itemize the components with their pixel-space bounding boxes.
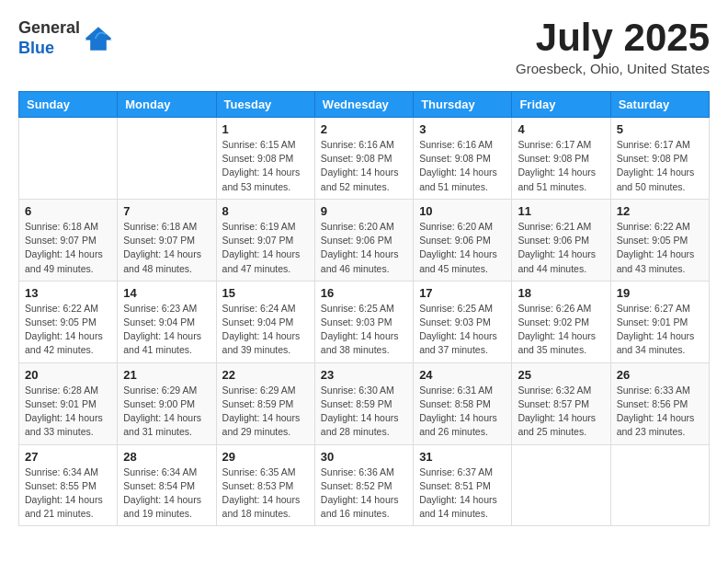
day-number: 25 bbox=[518, 368, 604, 382]
day-of-week-header: Saturday bbox=[610, 92, 709, 118]
day-number: 24 bbox=[419, 368, 506, 382]
day-info: Sunrise: 6:29 AMSunset: 8:59 PMDaylight:… bbox=[222, 384, 309, 440]
day-number: 9 bbox=[321, 204, 407, 218]
calendar-cell: 16Sunrise: 6:25 AMSunset: 9:03 PMDayligh… bbox=[314, 281, 413, 362]
calendar-cell: 4Sunrise: 6:17 AMSunset: 9:08 PMDaylight… bbox=[512, 118, 610, 200]
location: Groesbeck, Ohio, United States bbox=[516, 61, 710, 76]
day-of-week-header: Thursday bbox=[414, 92, 512, 118]
day-number: 14 bbox=[123, 286, 210, 300]
calendar-cell: 9Sunrise: 6:20 AMSunset: 9:06 PMDaylight… bbox=[314, 199, 413, 281]
calendar-cell: 31Sunrise: 6:37 AMSunset: 8:51 PMDayligh… bbox=[414, 444, 512, 526]
day-info: Sunrise: 6:35 AMSunset: 8:53 PMDaylight:… bbox=[222, 465, 309, 522]
calendar-cell bbox=[610, 444, 709, 526]
day-info: Sunrise: 6:16 AMSunset: 9:08 PMDaylight:… bbox=[321, 138, 407, 194]
calendar-cell: 30Sunrise: 6:36 AMSunset: 8:52 PMDayligh… bbox=[314, 444, 413, 526]
day-info: Sunrise: 6:31 AMSunset: 8:58 PMDaylight:… bbox=[419, 384, 506, 440]
day-info: Sunrise: 6:37 AMSunset: 8:51 PMDaylight:… bbox=[419, 465, 506, 522]
day-info: Sunrise: 6:29 AMSunset: 9:00 PMDaylight:… bbox=[123, 384, 210, 440]
calendar-cell bbox=[118, 118, 216, 200]
day-number: 10 bbox=[419, 204, 506, 218]
day-info: Sunrise: 6:22 AMSunset: 9:05 PMDaylight:… bbox=[617, 220, 703, 276]
calendar-cell: 2Sunrise: 6:16 AMSunset: 9:08 PMDaylight… bbox=[314, 118, 413, 200]
calendar-cell: 19Sunrise: 6:27 AMSunset: 9:01 PMDayligh… bbox=[610, 281, 709, 362]
day-info: Sunrise: 6:17 AMSunset: 9:08 PMDaylight:… bbox=[617, 138, 703, 194]
calendar-cell: 14Sunrise: 6:23 AMSunset: 9:04 PMDayligh… bbox=[118, 281, 216, 362]
title-block: July 2025 Groesbeck, Ohio, United States bbox=[516, 18, 710, 76]
day-info: Sunrise: 6:36 AMSunset: 8:52 PMDaylight:… bbox=[321, 465, 407, 522]
calendar-header-row: SundayMondayTuesdayWednesdayThursdayFrid… bbox=[19, 92, 710, 118]
day-number: 29 bbox=[222, 450, 309, 464]
calendar-week-row: 1Sunrise: 6:15 AMSunset: 9:08 PMDaylight… bbox=[19, 118, 710, 200]
calendar-cell: 21Sunrise: 6:29 AMSunset: 9:00 PMDayligh… bbox=[118, 362, 216, 444]
calendar-cell: 24Sunrise: 6:31 AMSunset: 8:58 PMDayligh… bbox=[414, 362, 512, 444]
calendar-cell: 28Sunrise: 6:34 AMSunset: 8:54 PMDayligh… bbox=[118, 444, 216, 526]
calendar-cell: 18Sunrise: 6:26 AMSunset: 9:02 PMDayligh… bbox=[512, 281, 610, 362]
calendar-week-row: 6Sunrise: 6:18 AMSunset: 9:07 PMDaylight… bbox=[19, 199, 710, 281]
day-info: Sunrise: 6:30 AMSunset: 8:59 PMDaylight:… bbox=[321, 384, 407, 440]
day-info: Sunrise: 6:16 AMSunset: 9:08 PMDaylight:… bbox=[419, 138, 506, 194]
calendar-cell: 20Sunrise: 6:28 AMSunset: 9:01 PMDayligh… bbox=[19, 362, 118, 444]
day-number: 17 bbox=[419, 286, 506, 300]
day-number: 5 bbox=[617, 122, 703, 136]
day-info: Sunrise: 6:22 AMSunset: 9:05 PMDaylight:… bbox=[25, 302, 111, 358]
logo-icon bbox=[84, 24, 113, 53]
day-of-week-header: Friday bbox=[512, 92, 610, 118]
day-number: 7 bbox=[123, 204, 210, 218]
calendar-week-row: 27Sunrise: 6:34 AMSunset: 8:55 PMDayligh… bbox=[19, 444, 710, 526]
calendar-cell: 3Sunrise: 6:16 AMSunset: 9:08 PMDaylight… bbox=[414, 118, 512, 200]
day-number: 31 bbox=[419, 450, 506, 464]
calendar-week-row: 13Sunrise: 6:22 AMSunset: 9:05 PMDayligh… bbox=[19, 281, 710, 362]
day-info: Sunrise: 6:27 AMSunset: 9:01 PMDaylight:… bbox=[617, 302, 703, 358]
calendar-cell: 6Sunrise: 6:18 AMSunset: 9:07 PMDaylight… bbox=[19, 199, 118, 281]
day-info: Sunrise: 6:17 AMSunset: 9:08 PMDaylight:… bbox=[518, 138, 604, 194]
day-number: 16 bbox=[321, 286, 407, 300]
day-of-week-header: Wednesday bbox=[314, 92, 413, 118]
day-number: 2 bbox=[321, 122, 407, 136]
month-title: July 2025 bbox=[516, 18, 710, 57]
day-number: 4 bbox=[518, 122, 604, 136]
calendar-cell: 12Sunrise: 6:22 AMSunset: 9:05 PMDayligh… bbox=[610, 199, 709, 281]
day-number: 6 bbox=[25, 204, 111, 218]
logo-text: General Blue bbox=[18, 18, 80, 58]
day-number: 19 bbox=[617, 286, 703, 300]
day-number: 30 bbox=[321, 450, 407, 464]
day-number: 27 bbox=[25, 450, 111, 464]
day-info: Sunrise: 6:34 AMSunset: 8:54 PMDaylight:… bbox=[123, 465, 210, 522]
day-info: Sunrise: 6:25 AMSunset: 9:03 PMDaylight:… bbox=[321, 302, 407, 358]
day-info: Sunrise: 6:23 AMSunset: 9:04 PMDaylight:… bbox=[123, 302, 210, 358]
calendar-cell: 1Sunrise: 6:15 AMSunset: 9:08 PMDaylight… bbox=[216, 118, 314, 200]
calendar-cell: 22Sunrise: 6:29 AMSunset: 8:59 PMDayligh… bbox=[216, 362, 314, 444]
day-number: 3 bbox=[419, 122, 506, 136]
day-info: Sunrise: 6:18 AMSunset: 9:07 PMDaylight:… bbox=[123, 220, 210, 276]
calendar-cell: 17Sunrise: 6:25 AMSunset: 9:03 PMDayligh… bbox=[414, 281, 512, 362]
day-number: 18 bbox=[518, 286, 604, 300]
day-number: 15 bbox=[222, 286, 309, 300]
day-number: 20 bbox=[25, 368, 111, 382]
day-info: Sunrise: 6:33 AMSunset: 8:56 PMDaylight:… bbox=[617, 384, 703, 440]
day-info: Sunrise: 6:15 AMSunset: 9:08 PMDaylight:… bbox=[222, 138, 309, 194]
calendar-cell: 26Sunrise: 6:33 AMSunset: 8:56 PMDayligh… bbox=[610, 362, 709, 444]
day-info: Sunrise: 6:32 AMSunset: 8:57 PMDaylight:… bbox=[518, 384, 604, 440]
day-of-week-header: Monday bbox=[118, 92, 216, 118]
calendar-cell: 7Sunrise: 6:18 AMSunset: 9:07 PMDaylight… bbox=[118, 199, 216, 281]
day-info: Sunrise: 6:20 AMSunset: 9:06 PMDaylight:… bbox=[321, 220, 407, 276]
calendar-cell: 27Sunrise: 6:34 AMSunset: 8:55 PMDayligh… bbox=[19, 444, 118, 526]
day-info: Sunrise: 6:20 AMSunset: 9:06 PMDaylight:… bbox=[419, 220, 506, 276]
day-of-week-header: Sunday bbox=[19, 92, 118, 118]
day-number: 26 bbox=[617, 368, 703, 382]
day-info: Sunrise: 6:28 AMSunset: 9:01 PMDaylight:… bbox=[25, 384, 111, 440]
calendar-cell: 23Sunrise: 6:30 AMSunset: 8:59 PMDayligh… bbox=[314, 362, 413, 444]
calendar-cell: 13Sunrise: 6:22 AMSunset: 9:05 PMDayligh… bbox=[19, 281, 118, 362]
day-number: 1 bbox=[222, 122, 309, 136]
calendar-week-row: 20Sunrise: 6:28 AMSunset: 9:01 PMDayligh… bbox=[19, 362, 710, 444]
day-info: Sunrise: 6:24 AMSunset: 9:04 PMDaylight:… bbox=[222, 302, 309, 358]
calendar-cell: 11Sunrise: 6:21 AMSunset: 9:06 PMDayligh… bbox=[512, 199, 610, 281]
day-number: 8 bbox=[222, 204, 309, 218]
calendar-cell: 10Sunrise: 6:20 AMSunset: 9:06 PMDayligh… bbox=[414, 199, 512, 281]
calendar-cell bbox=[19, 118, 118, 200]
page-header: General Blue July 2025 Groesbeck, Ohio, … bbox=[18, 18, 710, 76]
calendar-cell: 29Sunrise: 6:35 AMSunset: 8:53 PMDayligh… bbox=[216, 444, 314, 526]
day-info: Sunrise: 6:26 AMSunset: 9:02 PMDaylight:… bbox=[518, 302, 604, 358]
day-info: Sunrise: 6:34 AMSunset: 8:55 PMDaylight:… bbox=[25, 465, 111, 522]
day-info: Sunrise: 6:19 AMSunset: 9:07 PMDaylight:… bbox=[222, 220, 309, 276]
